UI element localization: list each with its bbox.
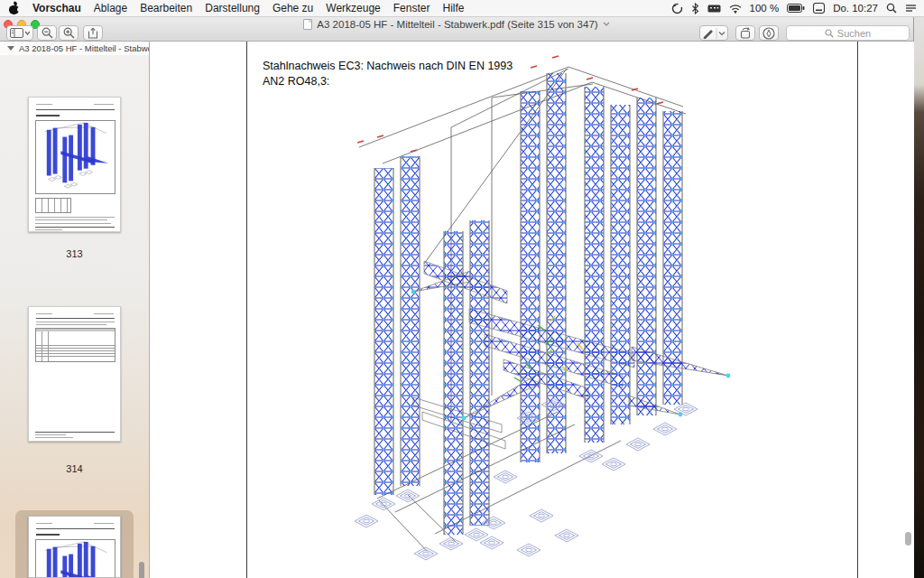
node-tick [357, 141, 364, 143]
arm-tip [411, 290, 416, 294]
foundation-pad [396, 489, 420, 502]
mini-structure-315 [36, 540, 115, 578]
truss-tower [611, 105, 630, 424]
window-chrome: A3 2018-05 HF - Mittelteil - Stabwerk.pd… [0, 17, 913, 42]
foundation-pad [414, 547, 438, 560]
node-tick [657, 102, 663, 104]
foundation-pad [653, 423, 677, 435]
menu-item-ablage[interactable]: Ablage [94, 2, 127, 14]
truss-tower [374, 168, 393, 495]
arm-tip [462, 416, 467, 421]
zoom-out-icon [42, 27, 53, 39]
markup-pen-button[interactable] [699, 25, 728, 41]
sidebar-document-name: A3 2018-05 HF - Mittelteil - Stabwerk...… [19, 43, 149, 53]
thumbnail-page-313[interactable] [28, 97, 121, 232]
input-source-icon[interactable] [813, 3, 825, 14]
zoom-out-button[interactable] [37, 25, 57, 41]
node-tick [587, 78, 593, 79]
spotlight-icon[interactable] [886, 3, 897, 14]
time-machine-icon[interactable] [671, 3, 683, 14]
rotate-icon [739, 27, 752, 39]
markup-pen-icon [702, 28, 725, 39]
menu-bar-status: 100 % Do. 10:27 [671, 3, 924, 14]
disclosure-triangle-icon [7, 46, 14, 51]
menu-item-gehezu[interactable]: Gehe zu [273, 2, 313, 14]
thumbnail-page-315[interactable] [28, 516, 121, 578]
rotate-button[interactable] [735, 25, 755, 41]
menu-bar-left: Vorschau Ablage Bearbeiten Darstellung G… [0, 2, 464, 14]
mini-structure-313 [36, 121, 115, 193]
notification-center-icon[interactable] [905, 4, 917, 14]
foundation-pad [439, 537, 463, 550]
search-input[interactable] [787, 26, 909, 40]
truss-tower [401, 156, 420, 486]
foundation-pad [494, 471, 517, 483]
foundation-pad [626, 438, 650, 451]
menu-item-bearbeiten[interactable]: Bearbeiten [140, 2, 192, 14]
preview-window: A3 2018-05 HF - Mittelteil - Stabwerk.pd… [0, 17, 914, 578]
zoom-in-button[interactable] [59, 25, 79, 41]
thumbnail-label-313: 313 [28, 248, 121, 259]
menu-item-darstellung[interactable]: Darstellung [205, 2, 260, 14]
thumbnail-label-314: 314 [28, 463, 121, 474]
sidebar-scrollbar-thumb[interactable] [139, 562, 144, 578]
foundation-pad [530, 509, 553, 522]
truss-tower [547, 73, 566, 453]
foundation-pad [372, 498, 395, 510]
markup-toolbar-button[interactable] [759, 25, 779, 41]
window-title: A3 2018-05 HF - Mittelteil - Stabwerk.pd… [317, 19, 597, 30]
foundation-pad [517, 544, 541, 556]
sidebar-view-icon [10, 28, 30, 38]
zoom-in-icon [63, 27, 75, 39]
keyboard-icon[interactable] [707, 4, 721, 14]
truss-tower [470, 220, 489, 526]
foundation-pad [465, 528, 488, 541]
foundation-pad [480, 536, 504, 549]
menu-app-name[interactable]: Vorschau [32, 2, 81, 14]
screen: { "menubar": { "app_name": "Vorschau", "… [0, 0, 924, 578]
foundation-pad [355, 515, 378, 527]
title-chevron-icon[interactable] [603, 22, 610, 26]
arm-tip [726, 374, 731, 378]
markup-toolbar-icon [762, 27, 775, 40]
desktop-wallpaper-strip [914, 17, 924, 578]
pdf-page-view: Stahlnachweis EC3: Nachweis nach DIN EN … [150, 42, 914, 578]
truss-tower [521, 91, 540, 462]
apple-menu-icon[interactable] [9, 3, 20, 14]
menu-clock[interactable]: Do. 10:27 [833, 3, 878, 14]
node-tick [377, 135, 383, 137]
content-scrollbar-thumb[interactable] [905, 532, 911, 545]
share-icon [88, 27, 98, 39]
menu-item-fenster[interactable]: Fenster [393, 2, 430, 14]
menu-item-hilfe[interactable]: Hilfe [442, 2, 464, 14]
node-tick [552, 56, 559, 58]
menu-item-werkzeuge[interactable]: Werkzeuge [326, 2, 380, 14]
document-proxy-icon[interactable] [303, 19, 312, 30]
foundation-pad [555, 529, 578, 542]
node-tick [531, 66, 537, 68]
node-tick [411, 150, 417, 152]
truss-tower [585, 87, 604, 443]
battery-percentage[interactable]: 100 % [750, 3, 780, 14]
thumbnail-page-314[interactable] [28, 306, 121, 442]
battery-icon[interactable] [787, 4, 805, 13]
structural-model-drawing [247, 42, 858, 570]
share-button[interactable] [83, 25, 103, 41]
wifi-icon[interactable] [729, 4, 742, 14]
sidebar-document-header[interactable]: A3 2018-05 HF - Mittelteil - Stabwerk...… [0, 42, 149, 55]
bluetooth-icon[interactable] [691, 3, 699, 14]
search-field[interactable]: Suchen [786, 25, 910, 41]
truss-tower [637, 98, 656, 415]
menu-bar: Vorschau Ablage Bearbeiten Darstellung G… [0, 0, 924, 17]
thumbnail-sidebar: A3 2018-05 HF - Mittelteil - Stabwerk...… [0, 42, 150, 578]
view-menu-button[interactable] [6, 25, 33, 41]
foundation-pad [602, 458, 625, 471]
